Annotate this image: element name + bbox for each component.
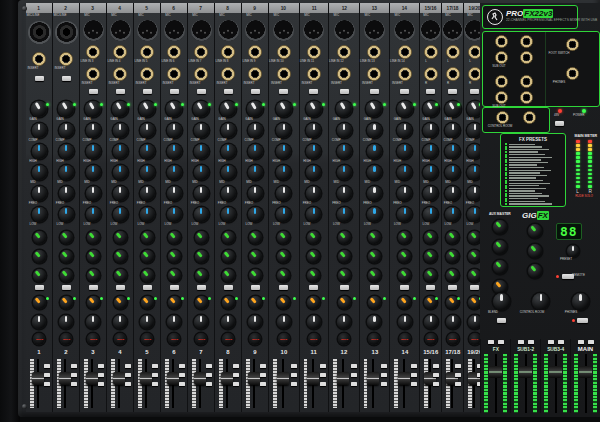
master-fader-track[interactable] [481,354,510,413]
aux2-knob[interactable] [277,250,290,263]
fader-assign-button[interactable] [351,373,357,377]
eq-mid-knob[interactable] [367,165,382,180]
eq-low-knob[interactable] [306,207,321,222]
channel-fader[interactable] [53,356,79,412]
pan-knob[interactable] [446,315,460,329]
comp-knob[interactable] [194,123,209,138]
aux2-knob[interactable] [33,250,46,263]
aux3-knob[interactable] [338,269,351,282]
eq-low-knob[interactable] [248,207,263,222]
eq-low-knob[interactable] [194,207,209,222]
fader-cap[interactable] [86,372,98,385]
phones-knob[interactable] [572,293,589,310]
eq-mid-knob[interactable] [397,165,412,180]
fader-assign-button[interactable] [98,364,104,368]
gain-knob[interactable] [306,101,322,117]
aux3-knob[interactable] [424,269,437,282]
fader-assign-button[interactable] [291,364,297,368]
aux1-knob[interactable] [168,231,181,244]
fader-cap[interactable] [140,372,152,385]
fader-cap[interactable] [221,372,233,385]
fader-cap[interactable] [337,372,349,385]
pre-button[interactable] [448,285,457,290]
master-fader-track[interactable] [571,354,600,413]
low-cut-button[interactable] [279,89,288,94]
low-cut-button[interactable] [170,89,179,94]
pre-button[interactable] [400,285,409,290]
channel-fader[interactable] [161,356,187,412]
fader-assign-button[interactable] [291,382,297,386]
pan-knob[interactable] [221,315,235,329]
route-button[interactable] [528,340,534,344]
comp-knob[interactable] [397,123,412,138]
aux3-knob[interactable] [141,269,154,282]
fader-assign-button[interactable] [260,382,266,386]
eq-high-knob[interactable] [276,144,291,159]
aux1-knob[interactable] [33,231,46,244]
fader-assign-button[interactable] [179,364,185,368]
route-button[interactable] [518,340,524,344]
channel-fader[interactable] [188,356,214,412]
fader-assign-button[interactable] [71,382,77,386]
mode-switch[interactable] [577,318,588,323]
route-button[interactable] [588,340,594,344]
fader-assign-button[interactable] [320,373,326,377]
eq-mid-knob[interactable] [113,165,128,180]
mute-button[interactable]: MUTE [368,333,380,345]
fader-assign-button[interactable] [233,382,239,386]
aux2-knob[interactable] [307,250,320,263]
fader-cap[interactable] [32,372,44,385]
comp-knob[interactable] [445,123,460,138]
gain-knob[interactable] [276,101,292,117]
fader-assign-button[interactable] [433,382,439,386]
eq-high-knob[interactable] [306,144,321,159]
eq-freq-knob[interactable] [221,186,236,201]
comp-knob[interactable] [306,123,321,138]
mute-button[interactable]: MUTE [168,333,180,345]
fader-assign-button[interactable] [411,382,417,386]
fader-cap[interactable] [549,366,562,378]
comp-knob[interactable] [167,123,182,138]
eq-high-knob[interactable] [140,144,155,159]
low-cut-button[interactable] [35,76,44,81]
fx-send-knob[interactable] [338,296,351,309]
eq-low-knob[interactable] [397,207,412,222]
eq-high-knob[interactable] [167,144,182,159]
comp-knob[interactable] [276,123,291,138]
gigfx-knob-2[interactable] [528,244,542,258]
low-cut-button[interactable] [370,89,379,94]
mute-button[interactable]: MUTE [447,333,459,345]
eq-high-knob[interactable] [445,144,460,159]
fader-cap[interactable] [367,372,379,385]
aux3-knob[interactable] [277,269,290,282]
channel-fader[interactable] [360,356,389,412]
eq-freq-knob[interactable] [367,186,382,201]
fx-send-knob[interactable] [60,296,73,309]
aux1-knob[interactable] [338,231,351,244]
fader-cap[interactable] [519,366,532,378]
aux3-knob[interactable] [398,269,411,282]
eq-mid-knob[interactable] [306,165,321,180]
fader-cap[interactable] [248,372,260,385]
eq-high-knob[interactable] [194,144,209,159]
fader-assign-button[interactable] [71,373,77,377]
aux1-knob[interactable] [195,231,208,244]
fader-cap[interactable] [277,372,289,385]
eq-high-knob[interactable] [59,144,74,159]
pre-button[interactable] [340,285,349,290]
pre-button[interactable] [143,285,152,290]
eq-mid-knob[interactable] [221,165,236,180]
pan-knob[interactable] [367,315,381,329]
eq-freq-knob[interactable] [306,186,321,201]
eq-low-knob[interactable] [445,207,460,222]
eq-mid-knob[interactable] [248,165,263,180]
fader-assign-button[interactable] [320,382,326,386]
aux2-knob[interactable] [87,250,100,263]
master-fader-track[interactable] [541,354,570,413]
eq-mid-knob[interactable] [59,165,74,180]
aux1-knob[interactable] [249,231,262,244]
aux2-knob[interactable] [222,250,235,263]
fader-assign-button[interactable] [152,373,158,377]
pan-knob[interactable] [194,315,208,329]
fader-cap[interactable] [398,372,410,385]
